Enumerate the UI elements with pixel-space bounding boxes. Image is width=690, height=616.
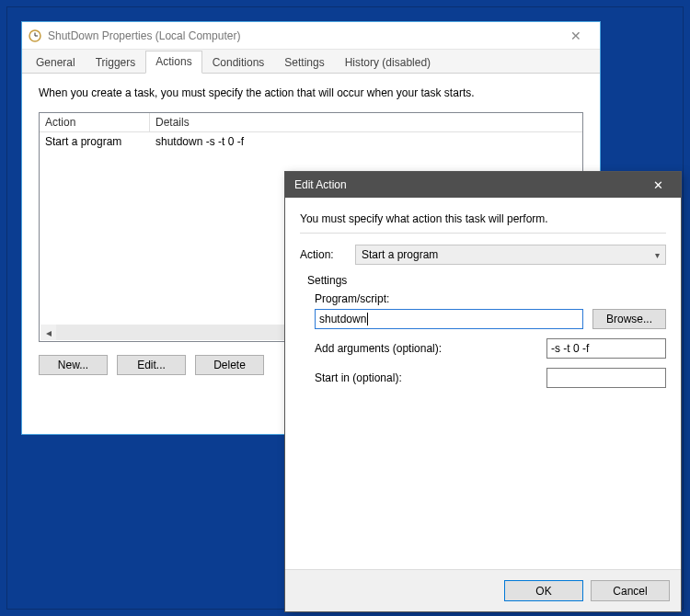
new-button[interactable]: New... xyxy=(39,355,108,375)
arguments-value: -s -t 0 -f xyxy=(551,342,589,355)
cell-details: shutdown -s -t 0 -f xyxy=(150,132,582,151)
col-details[interactable]: Details xyxy=(150,113,582,131)
col-action[interactable]: Action xyxy=(40,113,150,131)
program-script-input[interactable]: shutdown xyxy=(315,309,583,329)
modal-title: Edit Action xyxy=(294,178,644,191)
titlebar: ShutDown Properties (Local Computer) ✕ xyxy=(22,22,600,50)
window-title: ShutDown Properties (Local Computer) xyxy=(48,29,558,42)
action-select-value: Start a program xyxy=(362,248,438,261)
scroll-left-icon[interactable]: ◂ xyxy=(40,325,56,340)
program-script-value: shutdown xyxy=(319,313,366,325)
close-icon[interactable]: ✕ xyxy=(558,29,594,43)
modal-intro: You must specify what action this task w… xyxy=(300,212,666,225)
tab-conditions[interactable]: Conditions xyxy=(202,51,275,74)
startin-input[interactable] xyxy=(546,368,666,388)
tab-general[interactable]: General xyxy=(26,51,86,74)
startin-label: Start in (optional): xyxy=(315,371,546,384)
settings-header: Settings xyxy=(307,274,666,287)
arguments-label: Add arguments (optional): xyxy=(315,342,546,355)
ok-button[interactable]: OK xyxy=(504,580,583,601)
delete-button[interactable]: Delete xyxy=(195,355,264,375)
tab-triggers[interactable]: Triggers xyxy=(86,51,146,74)
edit-button[interactable]: Edit... xyxy=(117,355,186,375)
arguments-input[interactable]: -s -t 0 -f xyxy=(546,338,666,359)
tab-settings[interactable]: Settings xyxy=(274,51,334,74)
chevron-down-icon: ▾ xyxy=(655,250,660,260)
cancel-button[interactable]: Cancel xyxy=(591,580,670,601)
program-script-label: Program/script: xyxy=(315,292,666,305)
table-header: Action Details xyxy=(40,113,582,132)
action-label: Action: xyxy=(300,248,355,261)
table-row[interactable]: Start a program shutdown -s -t 0 -f xyxy=(40,132,582,151)
tab-history[interactable]: History (disabled) xyxy=(335,51,441,74)
clock-icon xyxy=(28,29,42,43)
close-icon[interactable]: ✕ xyxy=(644,178,672,192)
cell-action: Start a program xyxy=(40,132,150,151)
tab-actions[interactable]: Actions xyxy=(145,51,201,74)
intro-text: When you create a task, you must specify… xyxy=(39,86,583,99)
divider xyxy=(300,233,666,234)
action-select[interactable]: Start a program ▾ xyxy=(355,245,666,265)
tabs: General Triggers Actions Conditions Sett… xyxy=(22,50,600,74)
modal-titlebar: Edit Action ✕ xyxy=(285,172,681,198)
modal-footer: OK Cancel xyxy=(285,569,681,611)
text-caret xyxy=(367,313,368,325)
edit-action-dialog: Edit Action ✕ You must specify what acti… xyxy=(284,171,682,612)
browse-button[interactable]: Browse... xyxy=(592,309,666,329)
